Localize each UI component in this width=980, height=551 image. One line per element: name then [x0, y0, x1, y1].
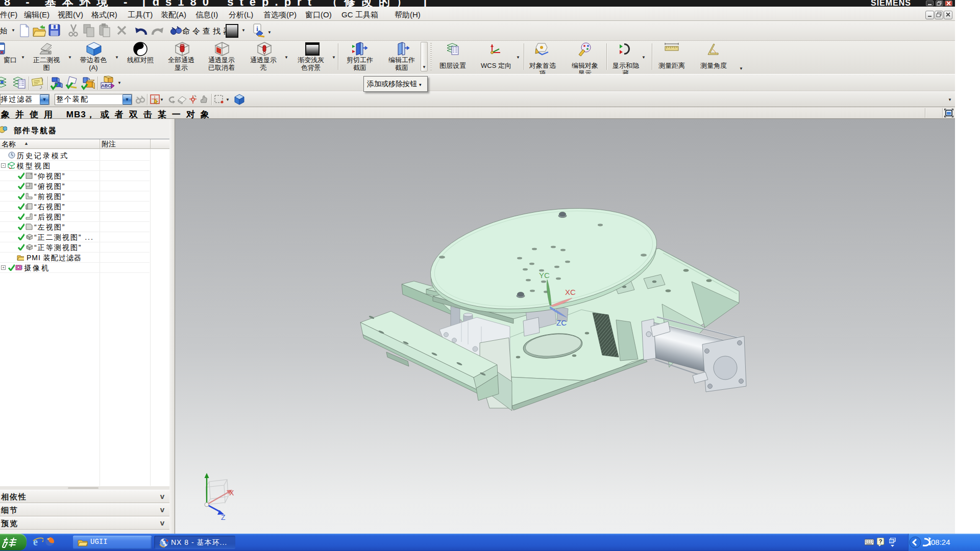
- svg-text:i: i: [256, 25, 258, 33]
- svg-text:XC: XC: [565, 288, 576, 296]
- svg-text:YC: YC: [539, 271, 550, 280]
- svg-text:?: ?: [879, 538, 883, 544]
- svg-text:X: X: [229, 489, 234, 497]
- svg-text:ABC: ABC: [101, 83, 111, 88]
- svg-text:Z: Z: [221, 513, 226, 521]
- svg-text:ZC: ZC: [556, 318, 567, 327]
